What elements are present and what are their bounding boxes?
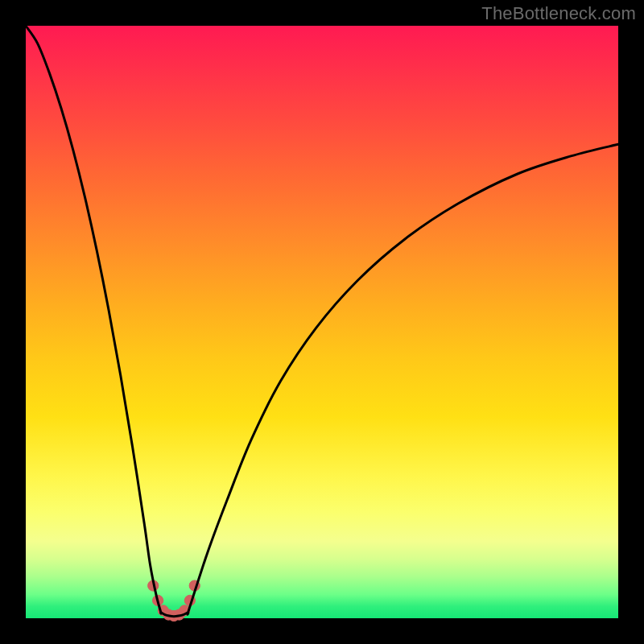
curve-layer <box>26 26 618 618</box>
plot-area <box>26 26 618 618</box>
chart-frame: TheBottleneck.com <box>0 0 644 644</box>
watermark-text: TheBottleneck.com <box>481 3 636 24</box>
bottleneck-curve <box>26 26 618 617</box>
